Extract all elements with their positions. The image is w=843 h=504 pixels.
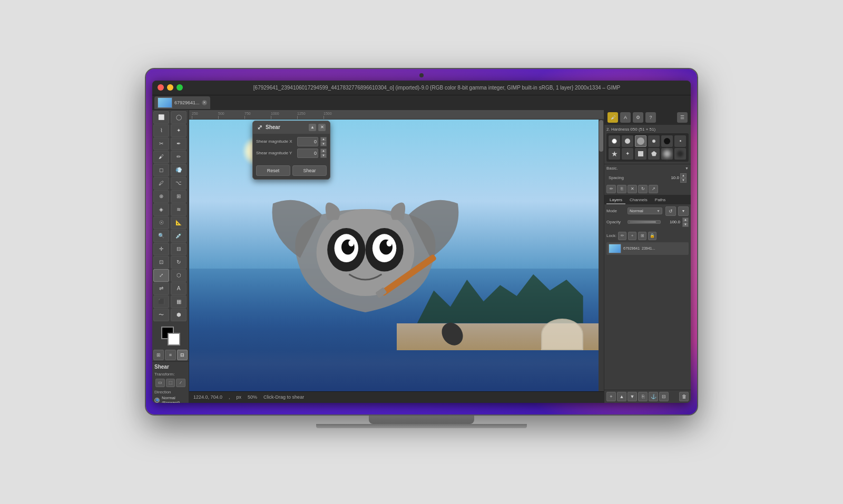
zoom-tool[interactable]: 🔍: [153, 230, 169, 242]
grid-view-btn[interactable]: ⊟: [177, 350, 188, 360]
shear-y-input[interactable]: [297, 149, 318, 158]
ink-tool[interactable]: 🖊: [153, 177, 169, 190]
airbrush-tool[interactable]: 💨: [171, 164, 187, 176]
brush-item-1[interactable]: [609, 135, 620, 147]
clone-tool[interactable]: ⌥: [171, 177, 187, 190]
color-swatch-pair[interactable]: [161, 327, 180, 345]
brush-copy-btn[interactable]: ⎘: [617, 185, 626, 193]
brush-item-8[interactable]: ✦: [622, 148, 633, 160]
shear-x-down[interactable]: ▼: [320, 142, 327, 146]
direction-normal-radio[interactable]: [154, 398, 160, 403]
brush-panel-btn[interactable]: 🖌: [607, 112, 618, 123]
transform-path-btn[interactable]: ∕: [176, 379, 185, 387]
perspective-clone-tool[interactable]: ⊞: [171, 190, 187, 203]
bucket-fill-tool[interactable]: ⬛: [153, 295, 169, 308]
eraser-tool[interactable]: ◻: [153, 164, 169, 176]
help-panel-btn[interactable]: ?: [645, 112, 656, 123]
mode-options-btn[interactable]: ▼: [678, 206, 689, 216]
shear-apply-button[interactable]: Shear: [292, 165, 327, 176]
spacing-down-btn[interactable]: ▼: [680, 178, 687, 183]
canvas-scroll-area[interactable]: ⤢ Shear ▲ ✕: [189, 120, 604, 391]
shear-y-up[interactable]: ▲: [320, 149, 327, 153]
lock-pixels-btn[interactable]: ✏: [618, 232, 626, 240]
brush-export-btn[interactable]: ↗: [649, 185, 658, 193]
opacity-down[interactable]: ▼: [682, 222, 689, 227]
panel-menu-btn[interactable]: ☰: [677, 112, 688, 123]
shear-y-down[interactable]: ▼: [320, 153, 327, 158]
lower-layer-btn[interactable]: ▼: [628, 392, 637, 401]
brush-item-9[interactable]: [635, 148, 646, 160]
ellipse-select-tool[interactable]: ◯: [171, 111, 187, 124]
brush-item-4[interactable]: [648, 135, 660, 147]
tab-close-button[interactable]: ✕: [202, 100, 207, 105]
fuzzy-select-tool[interactable]: ✦: [171, 124, 187, 137]
duplicate-layer-btn[interactable]: ⎘: [638, 392, 648, 401]
text-tool[interactable]: A: [171, 282, 187, 295]
transform-3d-tool[interactable]: ⬢: [171, 309, 187, 321]
flip-tool[interactable]: ⇌: [153, 282, 169, 295]
delete-layer-btn[interactable]: 🗑: [679, 392, 689, 401]
tag-filter-arrow[interactable]: ▼: [685, 166, 689, 170]
pencil-tool[interactable]: ✏: [171, 151, 187, 163]
scissors-tool[interactable]: ✂: [153, 137, 169, 150]
lock-all-btn[interactable]: 🔒: [648, 232, 656, 240]
text-panel-btn[interactable]: A: [620, 112, 631, 123]
transform-selection-btn[interactable]: ⬚: [166, 379, 175, 387]
color-picker-tool[interactable]: 💉: [171, 230, 187, 242]
raise-layer-btn[interactable]: ▲: [617, 392, 626, 401]
perspective-tool[interactable]: ⬡: [171, 269, 187, 282]
list-view-btn[interactable]: ≡: [165, 350, 175, 360]
minimize-button[interactable]: [167, 84, 173, 91]
spacing-up-btn[interactable]: ▲: [680, 173, 687, 178]
dodge-tool[interactable]: ☉: [153, 216, 169, 229]
measure-tool[interactable]: 📐: [171, 216, 187, 229]
layers-tab[interactable]: Layers: [606, 196, 625, 204]
gradient-tool[interactable]: ▦: [171, 295, 187, 308]
canvas-image[interactable]: ⤢ Shear ▲ ✕: [189, 120, 604, 391]
mode-select[interactable]: Normal ▼: [628, 207, 662, 214]
icon-view-btn[interactable]: ⊞: [153, 350, 164, 360]
brush-item-6[interactable]: [674, 135, 686, 147]
brush-edit-btn[interactable]: ✏: [606, 185, 616, 193]
shear-x-up[interactable]: ▲: [320, 137, 327, 142]
brush-item-5[interactable]: [661, 135, 673, 147]
shear-tool[interactable]: ⤢: [153, 269, 169, 282]
crop-tool[interactable]: ⊡: [153, 256, 169, 269]
lock-alpha-btn[interactable]: +: [628, 232, 636, 240]
blur-tool[interactable]: ◈: [153, 203, 169, 216]
align-tool[interactable]: ⊟: [171, 243, 187, 255]
shear-dialog-up-btn[interactable]: ▲: [309, 124, 316, 131]
merge-layers-btn[interactable]: ⊟: [659, 392, 669, 401]
brush-item-7[interactable]: ★: [609, 148, 620, 160]
background-color[interactable]: [168, 333, 180, 345]
brush-item-10[interactable]: ⬟: [648, 148, 660, 160]
brush-refresh-btn[interactable]: ↻: [638, 185, 648, 193]
paths-tab[interactable]: Paths: [652, 196, 669, 204]
brush-item-11[interactable]: [661, 148, 673, 160]
brush-item-2[interactable]: [622, 135, 633, 147]
paintbrush-tool[interactable]: 🖌: [153, 151, 169, 163]
maximize-button[interactable]: [177, 84, 183, 91]
scrollbar-thumb[interactable]: [599, 120, 603, 152]
image-tab[interactable]: 67929641... ✕: [154, 96, 210, 109]
shear-dialog-close-btn[interactable]: ✕: [318, 124, 326, 131]
brush-delete-btn[interactable]: ✕: [628, 185, 637, 193]
shear-x-input[interactable]: [297, 137, 318, 146]
move-tool[interactable]: ✛: [153, 243, 169, 255]
lock-position-btn[interactable]: ⊞: [638, 232, 646, 240]
channels-tab[interactable]: Channels: [626, 196, 651, 204]
opacity-slider[interactable]: [628, 220, 661, 224]
smudge-tool[interactable]: ≋: [171, 203, 187, 216]
heal-tool[interactable]: ⊕: [153, 190, 169, 203]
rect-select-tool[interactable]: ⬜: [153, 111, 169, 124]
brush-item-12[interactable]: [674, 148, 686, 160]
rotate-tool[interactable]: ↻: [171, 256, 187, 269]
mode-reset-btn[interactable]: ↺: [665, 206, 676, 216]
settings-panel-btn[interactable]: ⚙: [633, 112, 643, 123]
close-button[interactable]: [158, 84, 164, 91]
paths-tool[interactable]: ✒: [171, 137, 187, 150]
shear-reset-button[interactable]: Reset: [256, 165, 290, 176]
free-select-tool[interactable]: ⌇: [153, 124, 169, 137]
warp-transform-tool[interactable]: 〜: [153, 309, 169, 321]
anchor-layer-btn[interactable]: ⚓: [649, 392, 658, 401]
